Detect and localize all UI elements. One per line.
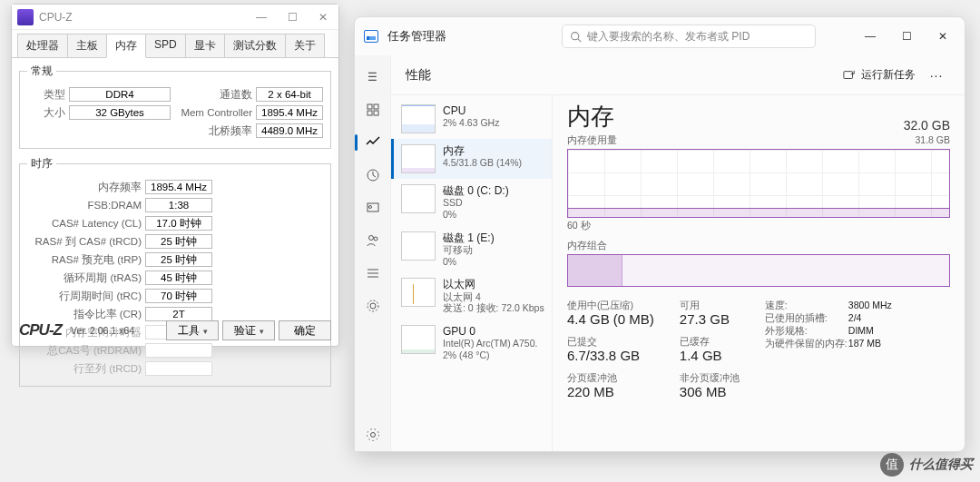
timing-legend: 时序: [27, 156, 56, 172]
nav-users-icon[interactable]: [358, 225, 387, 256]
tm-titlebar: 任务管理器 键入要搜索的名称、发布者或 PID — ☐ ✕: [355, 17, 965, 55]
stat-value: 1.4 GB: [680, 348, 740, 363]
label-nbfreq: 北桥频率: [176, 124, 256, 138]
tab-mainboard[interactable]: 主板: [67, 34, 107, 57]
svg-rect-18: [844, 71, 853, 78]
svg-point-9: [368, 236, 373, 241]
ok-button[interactable]: 确定: [279, 320, 331, 340]
value-type: DDR4: [69, 87, 171, 102]
search-icon: [570, 31, 582, 43]
stat-label: 可用: [680, 300, 740, 312]
nav-details-icon[interactable]: [358, 258, 387, 289]
tools-button[interactable]: 工具: [166, 320, 219, 340]
perf-thumb-chart: [401, 278, 436, 307]
meta-key: 为硬件保留的内存:: [765, 338, 848, 350]
memory-usage-chart[interactable]: [567, 149, 950, 218]
timing-label: CAS# Latency (CL): [27, 218, 145, 229]
tab-about[interactable]: 关于: [285, 34, 325, 57]
perf-item-net[interactable]: 以太网以太网 4发送: 0 接收: 72.0 Kbps: [391, 272, 552, 320]
cpuz-body: 常规 类型DDR4 大小32 GBytes 通道数2 x 64-bit Mem …: [12, 58, 338, 399]
label-channels: 通道数: [176, 88, 256, 102]
value-channels: 2 x 64-bit: [256, 87, 323, 102]
close-button[interactable]: ✕: [308, 5, 338, 29]
close-button[interactable]: ✕: [925, 22, 961, 51]
nav-history-icon[interactable]: [358, 160, 387, 191]
perf-item-sub2: 0%: [443, 209, 509, 221]
svg-rect-4: [368, 111, 372, 115]
minimize-button[interactable]: —: [246, 5, 277, 29]
run-task-button[interactable]: 运行新任务: [836, 64, 923, 86]
cpuz-window: CPU-Z — ☐ ✕ 处理器 主板 内存 SPD 显卡 测试分数 关于 常规 …: [11, 4, 339, 347]
timing-group: 时序 内存频率1895.4 MHzFSB:DRAM1:38CAS# Latenc…: [19, 156, 331, 387]
perf-item-disk[interactable]: 磁盘 1 (E:)可移动0%: [391, 226, 552, 273]
perf-item-title: GPU 0: [443, 325, 537, 338]
more-button[interactable]: ···: [923, 68, 950, 83]
perf-detail: 内存 32.0 GB 内存使用量 31.8 GB 60 秒 内存组合 使用中(已…: [553, 95, 965, 451]
cpuz-app-icon: [17, 9, 34, 25]
tab-memory[interactable]: 内存: [106, 34, 146, 58]
perf-thumb-chart: [401, 144, 436, 173]
timing-value: 17.0 时钟: [145, 216, 212, 231]
svg-line-1: [578, 38, 581, 41]
tab-bench[interactable]: 测试分数: [224, 34, 286, 57]
perf-item-title: 磁盘 0 (C: D:): [443, 184, 509, 197]
nav-settings-icon[interactable]: [358, 419, 387, 450]
nav-startup-icon[interactable]: [358, 192, 387, 223]
nav-services-icon[interactable]: [358, 290, 387, 321]
perf-item-sub: 以太网 4: [443, 291, 544, 303]
stat-value: 6.7/33.8 GB: [567, 348, 654, 363]
tab-cpu[interactable]: 处理器: [17, 34, 68, 57]
maximize-button[interactable]: ☐: [277, 5, 308, 29]
perf-item-mem[interactable]: 内存4.5/31.8 GB (14%): [391, 139, 552, 179]
svg-rect-2: [368, 104, 372, 109]
meta-value: 3800 MHz: [848, 300, 897, 312]
svg-point-15: [368, 300, 378, 311]
window-title: 任务管理器: [387, 29, 446, 44]
watermark-icon: 值: [880, 453, 904, 477]
perf-thumb-chart: [401, 325, 436, 354]
meta-value: DIMM: [848, 325, 897, 338]
watermark: 值 什么值得买: [880, 453, 973, 477]
general-legend: 常规: [27, 64, 56, 79]
perf-item-disk[interactable]: 磁盘 0 (C: D:)SSD0%: [391, 179, 552, 226]
timing-value: [145, 361, 212, 376]
svg-rect-3: [374, 104, 378, 109]
perf-item-sub: 4.5/31.8 GB (14%): [443, 157, 522, 169]
stat-value: 306 MB: [680, 384, 740, 399]
meta-key: 外形规格:: [765, 325, 848, 338]
perf-item-gpu[interactable]: GPU 0Intel(R) Arc(TM) A750.2% (48 °C): [391, 320, 552, 367]
memory-composition-chart[interactable]: [567, 254, 950, 287]
perf-item-sub2: 0%: [443, 256, 495, 268]
stat-label: 已提交: [567, 336, 654, 349]
timing-label: FSB:DRAM: [27, 200, 145, 211]
taskmgr-app-icon: [364, 30, 378, 43]
timing-label: RAS# 预充电 (tRP): [27, 253, 145, 267]
search-input[interactable]: 键入要搜索的名称、发布者或 PID: [562, 25, 816, 48]
stat-label: 分页缓冲池: [567, 372, 654, 385]
timing-label: RAS# 到 CAS# (tRCD): [27, 235, 145, 249]
perf-item-title: CPU: [443, 104, 499, 117]
tab-spd[interactable]: SPD: [145, 34, 186, 57]
svg-point-8: [368, 206, 371, 209]
nav-menu-icon[interactable]: ☰: [358, 62, 387, 93]
maximize-button[interactable]: ☐: [888, 22, 925, 51]
page-title: 性能: [406, 67, 836, 84]
general-group: 常规 类型DDR4 大小32 GBytes 通道数2 x 64-bit Mem …: [19, 64, 331, 149]
label-size: 大小: [27, 106, 69, 120]
nav-processes-icon[interactable]: [358, 94, 387, 125]
perf-thumb-chart: [401, 104, 436, 133]
tab-graphics[interactable]: 显卡: [185, 34, 225, 57]
perf-sidebar: CPU2% 4.63 GHz内存4.5/31.8 GB (14%)磁盘 0 (C…: [391, 95, 553, 451]
perf-item-cpu[interactable]: CPU2% 4.63 GHz: [391, 99, 552, 139]
minimize-button[interactable]: —: [852, 22, 888, 51]
svg-point-17: [367, 429, 378, 441]
perf-item-sub: SSD: [443, 197, 509, 209]
nav-performance-icon[interactable]: [358, 127, 387, 158]
watermark-text: 什么值得买: [909, 457, 973, 473]
memory-meta: 速度:3800 MHz已使用的插槽:2/4外形规格:DIMM为硬件保留的内存:1…: [765, 300, 897, 408]
timing-value: 25 时钟: [145, 252, 212, 267]
validate-button[interactable]: 验证: [222, 320, 275, 340]
timing-label: 内存频率: [27, 181, 145, 194]
value-size: 32 GBytes: [69, 105, 171, 120]
perf-item-sub: Intel(R) Arc(TM) A750.: [443, 338, 537, 349]
